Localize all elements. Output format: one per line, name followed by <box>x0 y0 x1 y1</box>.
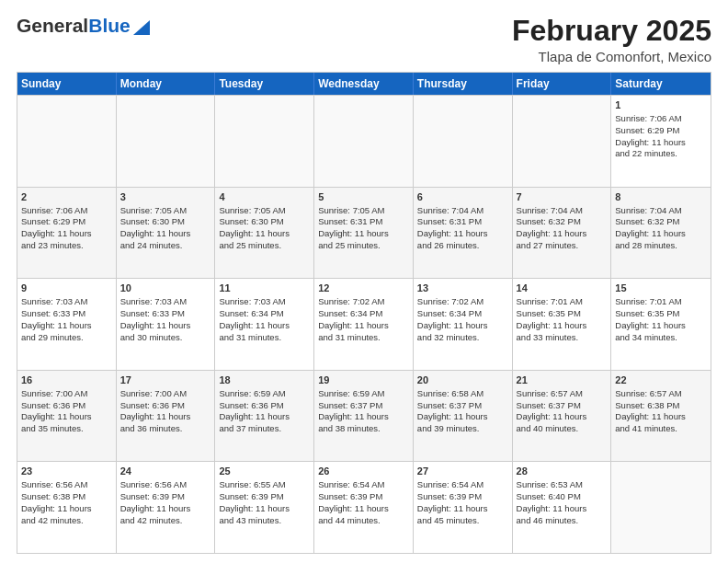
day-info: Sunrise: 7:00 AM <box>120 388 211 400</box>
day-info: Sunset: 6:34 PM <box>219 308 310 320</box>
day-cell-16: 16Sunrise: 7:00 AMSunset: 6:36 PMDayligh… <box>17 371 117 462</box>
day-info: Daylight: 11 hours <box>417 228 508 240</box>
header: General Blue February 2025 Tlapa de Como… <box>17 15 711 64</box>
day-info: and 42 minutes. <box>21 515 112 527</box>
day-info: and 36 minutes. <box>120 423 211 435</box>
day-info: Sunset: 6:29 PM <box>615 125 707 137</box>
day-info: Daylight: 11 hours <box>21 320 112 332</box>
day-info: Sunrise: 6:54 AM <box>417 479 508 491</box>
day-cell-17: 17Sunrise: 7:00 AMSunset: 6:36 PMDayligh… <box>117 371 216 462</box>
day-info: and 32 minutes. <box>417 332 508 344</box>
day-cell-1: 1Sunrise: 7:06 AMSunset: 6:29 PMDaylight… <box>611 96 711 187</box>
day-cell-23: 23Sunrise: 6:56 AMSunset: 6:38 PMDayligh… <box>17 462 117 553</box>
day-info: Sunrise: 6:58 AM <box>417 388 508 400</box>
day-info: and 46 minutes. <box>517 515 608 527</box>
day-info: and 23 minutes. <box>21 240 112 252</box>
day-number: 8 <box>615 190 707 204</box>
day-info: Sunset: 6:36 PM <box>219 400 310 412</box>
day-number: 27 <box>417 465 508 478</box>
day-info: and 40 minutes. <box>517 423 608 435</box>
weekday-header-saturday: Saturday <box>611 73 711 95</box>
day-info: and 41 minutes. <box>615 423 707 435</box>
day-number: 10 <box>120 282 211 295</box>
day-info: Daylight: 11 hours <box>615 320 707 332</box>
day-cell-22: 22Sunrise: 6:57 AMSunset: 6:38 PMDayligh… <box>611 371 711 462</box>
day-info: Sunrise: 6:56 AM <box>21 479 112 491</box>
day-info: Sunrise: 7:03 AM <box>219 296 310 308</box>
day-number: 11 <box>219 282 310 295</box>
day-cell-21: 21Sunrise: 6:57 AMSunset: 6:37 PMDayligh… <box>513 371 612 462</box>
day-number: 21 <box>517 373 608 387</box>
day-info: Daylight: 11 hours <box>219 411 310 423</box>
day-info: and 29 minutes. <box>21 332 112 344</box>
day-number: 28 <box>517 465 608 478</box>
day-info: Daylight: 11 hours <box>120 228 211 240</box>
day-number: 7 <box>517 190 608 204</box>
day-number: 24 <box>120 465 211 478</box>
day-info: Sunrise: 6:53 AM <box>517 479 608 491</box>
day-info: Sunset: 6:31 PM <box>318 216 409 228</box>
day-info: Daylight: 11 hours <box>318 228 409 240</box>
day-info: Sunrise: 7:01 AM <box>517 296 608 308</box>
logo-icon <box>133 17 150 35</box>
day-number: 9 <box>21 282 112 295</box>
day-info: Daylight: 11 hours <box>21 228 112 240</box>
day-number: 13 <box>417 282 508 295</box>
day-number: 20 <box>417 373 508 387</box>
day-info: and 30 minutes. <box>120 332 211 344</box>
day-info: Sunrise: 7:05 AM <box>318 205 409 217</box>
day-number: 4 <box>219 190 310 204</box>
day-info: Sunset: 6:35 PM <box>615 308 707 320</box>
day-info: and 37 minutes. <box>219 423 310 435</box>
day-info: Daylight: 11 hours <box>517 503 608 515</box>
day-cell-20: 20Sunrise: 6:58 AMSunset: 6:37 PMDayligh… <box>414 371 513 462</box>
day-info: Sunset: 6:37 PM <box>417 400 508 412</box>
day-cell-3: 3Sunrise: 7:05 AMSunset: 6:30 PMDaylight… <box>117 188 216 279</box>
day-number: 12 <box>318 282 409 295</box>
day-number: 17 <box>120 373 211 387</box>
day-info: Daylight: 11 hours <box>517 320 608 332</box>
day-info: Sunrise: 6:57 AM <box>615 388 707 400</box>
day-info: Sunrise: 7:06 AM <box>615 113 707 125</box>
day-info: Sunset: 6:39 PM <box>219 491 310 503</box>
day-info: and 25 minutes. <box>318 240 409 252</box>
day-info: and 27 minutes. <box>517 240 608 252</box>
day-number: 19 <box>318 373 409 387</box>
calendar-row-2: 2Sunrise: 7:06 AMSunset: 6:29 PMDaylight… <box>17 187 711 279</box>
day-info: Sunset: 6:29 PM <box>21 216 112 228</box>
day-cell-28: 28Sunrise: 6:53 AMSunset: 6:40 PMDayligh… <box>513 462 612 553</box>
day-info: and 26 minutes. <box>417 240 508 252</box>
day-info: Daylight: 11 hours <box>417 411 508 423</box>
day-cell-empty-0-3 <box>314 96 414 187</box>
day-cell-11: 11Sunrise: 7:03 AMSunset: 6:34 PMDayligh… <box>215 279 314 370</box>
day-info: and 34 minutes. <box>615 332 707 344</box>
day-info: Sunset: 6:32 PM <box>517 216 608 228</box>
day-info: Daylight: 11 hours <box>517 411 608 423</box>
logo-general: General <box>17 15 88 37</box>
day-info: Daylight: 11 hours <box>417 320 508 332</box>
day-info: Sunset: 6:35 PM <box>517 308 608 320</box>
day-info: Sunrise: 7:03 AM <box>21 296 112 308</box>
day-info: and 25 minutes. <box>219 240 310 252</box>
day-number: 5 <box>318 190 409 204</box>
day-number: 2 <box>21 190 112 204</box>
day-cell-7: 7Sunrise: 7:04 AMSunset: 6:32 PMDaylight… <box>513 188 612 279</box>
day-info: Daylight: 11 hours <box>517 228 608 240</box>
calendar-row-3: 9Sunrise: 7:03 AMSunset: 6:33 PMDaylight… <box>17 278 711 370</box>
day-info: Sunrise: 7:01 AM <box>615 296 707 308</box>
day-info: Daylight: 11 hours <box>120 503 211 515</box>
day-info: Sunset: 6:34 PM <box>318 308 409 320</box>
day-number: 25 <box>219 465 310 478</box>
day-info: and 38 minutes. <box>318 423 409 435</box>
day-info: Sunset: 6:33 PM <box>120 308 211 320</box>
day-cell-14: 14Sunrise: 7:01 AMSunset: 6:35 PMDayligh… <box>513 279 612 370</box>
logo-blue-word: Blue <box>88 15 131 37</box>
day-number: 3 <box>120 190 211 204</box>
day-info: Sunset: 6:32 PM <box>615 216 707 228</box>
day-number: 1 <box>615 98 707 112</box>
day-cell-19: 19Sunrise: 6:59 AMSunset: 6:37 PMDayligh… <box>314 371 414 462</box>
day-info: Sunrise: 7:04 AM <box>517 205 608 217</box>
weekday-header-sunday: Sunday <box>17 73 117 95</box>
day-cell-empty-0-5 <box>513 96 612 187</box>
location: Tlapa de Comonfort, Mexico <box>512 49 711 64</box>
